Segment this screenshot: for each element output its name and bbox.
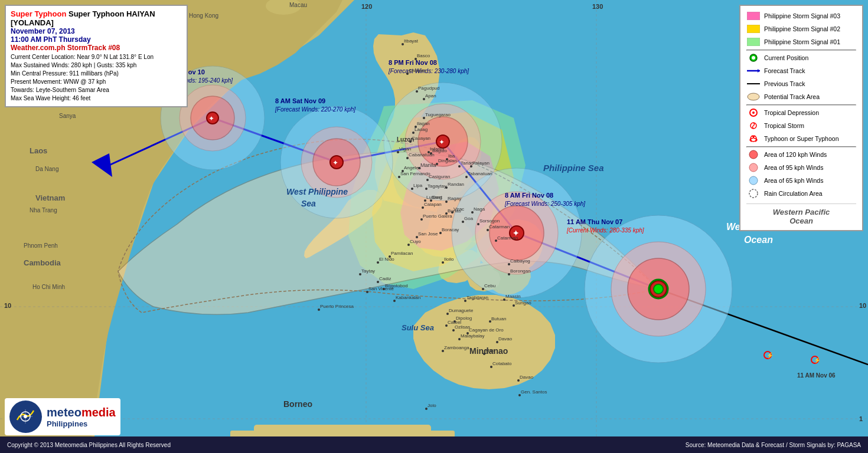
svg-text:Calbayog: Calbayog — [510, 258, 530, 264]
svg-text:Puerto Galera: Puerto Galera — [423, 214, 452, 219]
legend-forecast-track: Forecast Track — [746, 65, 856, 76]
svg-text:10: 10 — [859, 302, 866, 309]
potential-track-symbol — [746, 91, 761, 102]
svg-text:1: 1 — [859, 415, 863, 422]
legend-signal2: Philippine Storm Signal #02 — [746, 24, 856, 34]
svg-text:Bogotobod: Bogotobod — [385, 283, 408, 288]
forecast-track-symbol — [746, 65, 761, 76]
title-super: Super Typhoon — [11, 9, 66, 18]
svg-text:Vigan: Vigan — [399, 146, 411, 152]
svg-text:Nha Trang: Nha Trang — [30, 207, 57, 214]
svg-text:Gen. Santos: Gen. Santos — [521, 389, 547, 395]
svg-text:Casiguran: Casiguran — [429, 174, 450, 179]
svg-text:Ocean: Ocean — [744, 235, 773, 245]
svg-text:✦: ✦ — [332, 159, 338, 167]
movement: Present Movement: WNW @ 37 kph — [11, 78, 182, 86]
svg-rect-224 — [747, 12, 760, 20]
tropical-depression-symbol — [746, 107, 761, 118]
svg-text:Sanya: Sanya — [59, 113, 76, 119]
map-container: ⚡ ⚡ 11 AM Nov 06 ✦ ✦ ✦ — [0, 0, 868, 453]
svg-text:✦: ✦ — [439, 138, 445, 146]
svg-text:[Forecast Winds: 250-305 kph]: [Forecast Winds: 250-305 kph] — [504, 201, 585, 207]
typhoon-symbol — [746, 133, 761, 144]
svg-text:Catarman: Catarman — [497, 235, 518, 241]
signal1-label: Philippine Storm Signal #01 — [764, 38, 840, 45]
svg-text:120: 120 — [361, 3, 372, 10]
rain-circulation-symbol — [746, 188, 761, 199]
svg-text:Palayan: Palayan — [472, 160, 490, 166]
svg-text:Cateel: Cateel — [448, 320, 461, 325]
legend-current-position: Current Position — [746, 52, 856, 63]
towards: Towards: Leyte-Southern Samar Area — [11, 86, 182, 94]
svg-rect-225 — [747, 25, 760, 33]
wind-95-label: Area of 95 kph Winds — [764, 164, 823, 171]
svg-text:Davao: Davao — [520, 375, 534, 380]
svg-point-240 — [749, 189, 758, 198]
current-position-symbol — [746, 52, 761, 63]
svg-text:Cadiz: Cadiz — [379, 276, 391, 281]
website: Weather.com.ph StormTrack #08 — [11, 44, 182, 52]
svg-text:Kabankalan: Kabankalan — [396, 295, 420, 300]
svg-text:Ilagan: Ilagan — [417, 121, 430, 126]
meteomedia-logo-icon — [9, 401, 42, 433]
svg-text:Lipa: Lipa — [413, 183, 423, 188]
svg-point-228 — [752, 56, 755, 60]
wind-65-label: Area of 65 kph Winds — [764, 177, 823, 184]
svg-text:Calapan: Calapan — [424, 202, 442, 207]
svg-text:[Current Winds: 280-335 kph]: [Current Winds: 280-335 kph] — [566, 227, 644, 234]
svg-text:Virac: Virac — [453, 206, 464, 212]
svg-text:10: 10 — [4, 302, 11, 309]
svg-text:Manila: Manila — [420, 162, 436, 168]
info-box: Super Typhoon Super Typhoon HAIYAN [YOLA… — [5, 5, 188, 107]
svg-text:Angeles: Angeles — [404, 165, 421, 170]
svg-text:Borongan: Borongan — [510, 268, 531, 274]
svg-text:⚡: ⚡ — [766, 352, 774, 359]
center-location: Current Center Location: Near 9.0° N Lat… — [11, 53, 182, 61]
copyright: Copyright © 2013 Meteomedia Philippines … — [7, 442, 171, 448]
logo-area: meteomedia Philippines — [5, 398, 120, 435]
svg-text:Jolo: Jolo — [428, 403, 436, 408]
svg-text:8 AM Fri Nov 08: 8 AM Fri Nov 08 — [505, 192, 553, 199]
svg-text:Cebu: Cebu — [484, 283, 495, 288]
wind-95-symbol — [746, 162, 761, 173]
svg-text:Tuguegarao: Tuguegarao — [425, 112, 451, 117]
svg-text:✦: ✦ — [208, 114, 214, 123]
svg-text:130: 130 — [592, 3, 603, 10]
rain-circulation-label: Rain Circulation Area — [764, 190, 823, 197]
svg-text:Malaybalay: Malaybalay — [461, 333, 484, 339]
wave-height: Max Sea Wave Height: 46 feet — [11, 94, 182, 103]
legend-wind-95: Area of 95 kph Winds — [746, 162, 856, 173]
wind-120-symbol — [746, 149, 761, 160]
svg-text:Basco: Basco — [417, 53, 430, 58]
svg-text:⚡: ⚡ — [814, 356, 821, 364]
svg-text:Itbayat: Itbayat — [404, 38, 419, 44]
svg-text:Sea: Sea — [301, 199, 316, 208]
max-sustained: Max Sustained Winds: 280 kph | Gusts: 33… — [11, 61, 182, 70]
tropical-storm-label: Tropical Storm — [764, 122, 804, 129]
date: November 07, 2013 — [11, 27, 182, 35]
tropical-depression-label: Tropical Depression — [764, 109, 819, 116]
svg-point-238 — [749, 163, 758, 172]
svg-text:Ozlisas: Ozlisas — [455, 324, 470, 330]
svg-text:Davao: Davao — [498, 336, 513, 342]
legend-typhoon: Typhoon or Super Typhoon — [746, 133, 856, 144]
svg-text:Pagudpud: Pagudpud — [418, 86, 439, 91]
signal3-symbol — [746, 11, 761, 21]
svg-text:Cambodia: Cambodia — [24, 258, 61, 267]
legend-potential-track: Potential Track Area — [746, 91, 856, 102]
legend-signal1: Philippine Storm Signal #01 — [746, 37, 856, 47]
svg-text:Naga: Naga — [474, 206, 485, 212]
svg-text:San Jose: San Jose — [418, 231, 438, 237]
svg-text:[Forecast Winds: 230-280 kph]: [Forecast Winds: 230-280 kph] — [388, 68, 469, 74]
wind-65-symbol — [746, 175, 761, 186]
signal2-label: Philippine Storm Signal #02 — [764, 25, 840, 32]
previous-track-label: Previous Track — [764, 80, 805, 87]
svg-text:[Forecast Winds: 220-270 kph]: [Forecast Winds: 220-270 kph] — [275, 106, 355, 113]
svg-text:Apan: Apan — [425, 93, 436, 99]
legend-tropical-depression: Tropical Depression — [746, 107, 856, 118]
signal2-symbol — [746, 24, 761, 34]
svg-text:Boracay: Boracay — [442, 227, 459, 232]
svg-text:Philippine Sea: Philippine Sea — [543, 163, 604, 173]
western-pacific-label: Western Pacific Ocean — [746, 208, 856, 225]
svg-text:Randan: Randan — [448, 182, 464, 187]
